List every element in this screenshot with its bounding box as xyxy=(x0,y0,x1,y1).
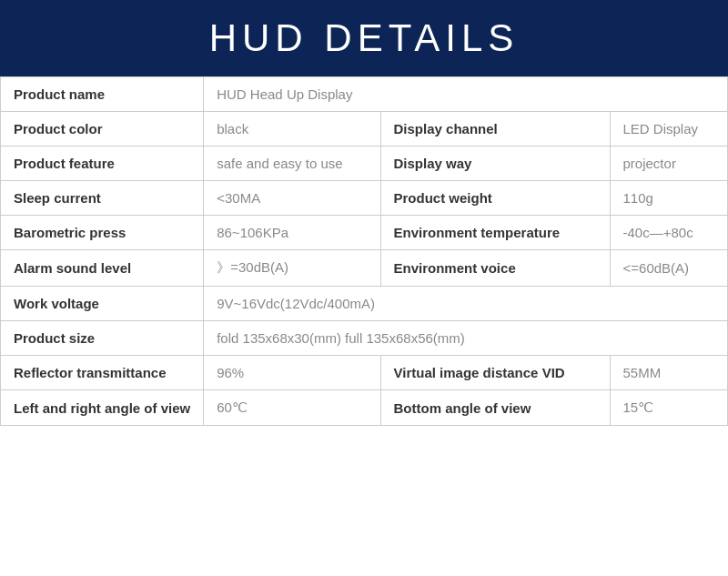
row-label-left: Alarm sound level xyxy=(1,250,204,287)
table-row: Sleep current<30MAProduct weight110g xyxy=(1,181,728,216)
row-label-left: Sleep current xyxy=(1,181,204,216)
row-value: 9V~16Vdc(12Vdc/400mA) xyxy=(204,287,728,321)
row-label: Product size xyxy=(1,321,204,356)
row-value-right: 110g xyxy=(610,181,727,216)
row-label-right: Display channel xyxy=(380,112,610,147)
table-row: Product sizefold 135x68x30(mm) full 135x… xyxy=(1,321,728,356)
header: HUD DETAILS xyxy=(0,0,728,76)
row-label-right: Environment voice xyxy=(380,250,610,287)
table-row: Alarm sound level》=30dB(A)Environment vo… xyxy=(1,250,728,287)
row-value: fold 135x68x30(mm) full 135x68x56(mm) xyxy=(204,321,728,356)
row-value-right: <=60dB(A) xyxy=(610,250,727,287)
row-label-left: Left and right angle of view xyxy=(1,390,204,426)
row-label: Product name xyxy=(1,77,204,112)
row-label-left: Reflector transmittance xyxy=(1,356,204,390)
row-value: HUD Head Up Display xyxy=(204,77,728,112)
table-row: Barometric press86~106KPaEnvironment tem… xyxy=(1,216,728,250)
row-value-left: 96% xyxy=(204,356,380,390)
details-table: Product nameHUD Head Up DisplayProduct c… xyxy=(0,76,728,426)
row-value-right: LED Display xyxy=(610,112,727,147)
row-value-left: <30MA xyxy=(204,181,380,216)
table-row: Left and right angle of view60℃Bottom an… xyxy=(1,390,728,426)
row-label-right: Virtual image distance VID xyxy=(380,356,610,390)
table-row: Product colorblackDisplay channelLED Dis… xyxy=(1,112,728,147)
row-label-right: Bottom angle of view xyxy=(380,390,610,426)
row-value-right: 55MM xyxy=(610,356,727,390)
row-label-right: Product weight xyxy=(380,181,610,216)
row-label-right: Environment temperature xyxy=(380,216,610,250)
row-label-left: Product feature xyxy=(1,147,204,181)
row-label-left: Product color xyxy=(1,112,204,147)
row-value-right: 15℃ xyxy=(610,390,727,426)
row-value-left: black xyxy=(204,112,380,147)
row-value-left: safe and easy to use xyxy=(204,147,380,181)
row-value-left: 》=30dB(A) xyxy=(204,250,380,287)
table-row: Product nameHUD Head Up Display xyxy=(1,77,728,112)
row-value-right: -40c—+80c xyxy=(610,216,727,250)
row-label: Work voltage xyxy=(1,287,204,321)
page-title: HUD DETAILS xyxy=(0,16,728,60)
table-row: Reflector transmittance96%Virtual image … xyxy=(1,356,728,390)
row-value-left: 60℃ xyxy=(204,390,380,426)
row-value-right: projector xyxy=(610,147,727,181)
row-label-right: Display way xyxy=(380,147,610,181)
table-row: Work voltage9V~16Vdc(12Vdc/400mA) xyxy=(1,287,728,321)
table-row: Product featuresafe and easy to useDispl… xyxy=(1,147,728,181)
row-label-left: Barometric press xyxy=(1,216,204,250)
row-value-left: 86~106KPa xyxy=(204,216,380,250)
